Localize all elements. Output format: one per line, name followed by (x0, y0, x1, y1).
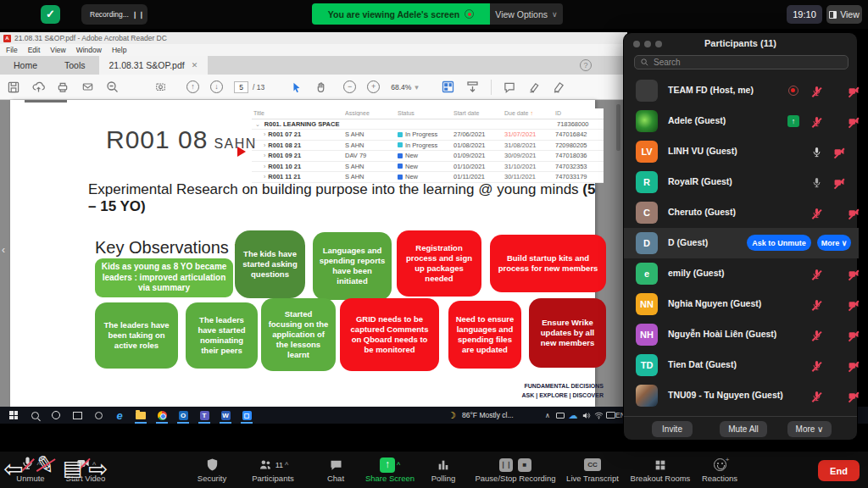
select-cursor-icon[interactable] (289, 80, 303, 94)
scrollbar-nub[interactable] (25, 100, 67, 103)
taskbar-search-icon[interactable] (26, 408, 43, 422)
share-screen-button[interactable]: ↑^ Share Screen (356, 457, 424, 483)
start-button-icon[interactable] (5, 408, 22, 422)
search-input[interactable] (654, 58, 843, 67)
participant-row[interactable]: C Cheruto (Guest) (624, 197, 859, 228)
teams-icon[interactable]: T (196, 408, 213, 422)
file-explorer-icon[interactable] (132, 408, 149, 422)
highlighter-icon[interactable] (527, 80, 541, 94)
view-options-dropdown[interactable]: View Options ∨ (490, 3, 563, 25)
chat-button[interactable]: Chat (314, 457, 357, 483)
pause-stop-recording-button[interactable]: ❘❘■ Pause/Stop Recording (465, 457, 566, 483)
help-icon[interactable]: ? (580, 59, 592, 71)
participant-name: LINH VU (Guest) (668, 146, 737, 156)
chat-bubble-icon (329, 458, 343, 472)
sign-pen-icon[interactable] (552, 80, 565, 94)
invite-button[interactable]: Invite (652, 421, 693, 437)
nav-pane-chevron-icon[interactable]: ‹ (2, 244, 5, 256)
participant-name: Nguyễn Hoài Liên (Guest) (668, 329, 776, 339)
settings-gear-icon[interactable] (90, 408, 107, 422)
print-icon[interactable] (56, 80, 70, 94)
video-off-icon (833, 176, 845, 191)
panel-more-button[interactable]: More ∨ (787, 421, 832, 437)
participant-row[interactable]: LV LINH VU (Guest) (624, 136, 859, 167)
mute-all-button[interactable]: Mute All (720, 421, 767, 437)
page-display-icon[interactable] (442, 80, 455, 94)
tab-home[interactable]: Home (0, 56, 51, 75)
hand-pan-icon[interactable] (314, 80, 327, 94)
participant-more-button[interactable]: More ∨ (817, 235, 851, 251)
email-icon[interactable] (81, 80, 94, 94)
breakout-grid-icon (654, 458, 667, 472)
live-transcript-button[interactable]: CC Live Transcript (554, 457, 631, 483)
polling-button[interactable]: Polling (418, 457, 469, 483)
outlook-icon[interactable]: O (175, 408, 192, 422)
end-meeting-button[interactable]: End (818, 460, 860, 481)
close-tab-icon[interactable]: ✕ (192, 61, 198, 69)
menu-help[interactable]: Help (112, 46, 126, 54)
internet-explorer-icon[interactable]: e (111, 408, 128, 422)
participants-panel-title: Participants (11) (624, 38, 857, 48)
acrobat-title-bar: A 21.08.31 S&OP.pdf - Adobe Acrobat Read… (0, 32, 627, 44)
vertical-scrollbar-thumb[interactable] (616, 104, 620, 151)
zoom-app-icon[interactable]: ◻ (238, 408, 255, 422)
avatar: LV (636, 141, 658, 163)
next-page-icon[interactable]: ↓ (210, 80, 223, 93)
previous-page-icon[interactable]: ↑ (186, 80, 199, 93)
save-icon[interactable] (7, 80, 20, 94)
security-button[interactable]: Security (186, 457, 237, 483)
snapshot-icon[interactable] (153, 80, 167, 94)
menu-file[interactable]: File (6, 46, 18, 54)
zoom-out-icon[interactable]: − (343, 80, 356, 93)
zoom-level-value: 68.4% (391, 83, 411, 92)
comment-icon[interactable] (503, 80, 516, 94)
participant-row[interactable]: TEAM FD (Host, me) (624, 75, 859, 106)
task-view-icon[interactable] (69, 408, 86, 422)
page-number-input[interactable]: 5 (234, 81, 248, 93)
pause-recording-icon[interactable]: ❘❘ (499, 458, 513, 472)
tab-document[interactable]: 21.08.31 S&OP.pdf ✕ (99, 56, 209, 75)
chevron-down-icon: ∨ (552, 10, 558, 19)
menu-window[interactable]: Window (76, 46, 102, 54)
stop-recording-icon[interactable]: ■ (518, 458, 531, 472)
participant-row[interactable]: TD Tien Dat (Guest) (624, 350, 859, 380)
breakout-rooms-button[interactable]: Breakout Rooms (622, 457, 698, 483)
weather-status[interactable]: 86°F Mostly cl... (462, 411, 514, 419)
avatar: e (636, 263, 658, 285)
avatar: D (636, 232, 658, 254)
reactions-button[interactable]: + Reactions (690, 457, 749, 483)
chrome-icon[interactable] (153, 408, 170, 422)
zoom-out-search-icon[interactable] (105, 80, 119, 94)
recording-pill: Recording... ❘❘ (81, 4, 147, 25)
tab-tools[interactable]: Tools (51, 56, 99, 75)
zoom-in-icon[interactable]: + (367, 80, 380, 93)
view-layout-button[interactable]: View (826, 5, 862, 24)
zoom-control-bar: ^ Unmute ^ Start Video Security 11^ Part… (0, 452, 868, 488)
pause-recording-icon[interactable]: ❘❘ (132, 11, 145, 19)
participant-row[interactable]: Adele (Guest) ↑ (624, 106, 859, 136)
mic-muted-icon (811, 390, 822, 404)
annotation-note-icon: ▤ (63, 456, 83, 480)
mic-muted-icon (811, 268, 822, 282)
fit-width-icon[interactable] (466, 80, 480, 94)
participant-row[interactable]: NH Nguyễn Hoài Liên (Guest) (624, 319, 859, 350)
video-off-icon (848, 85, 860, 99)
video-off-icon (833, 146, 845, 160)
participant-row[interactable]: TNU09 - Tu Nguyen (Guest) (624, 380, 859, 411)
cortana-icon[interactable] (47, 408, 64, 422)
menu-view[interactable]: View (50, 46, 65, 54)
participants-button[interactable]: 11^ Participants (239, 457, 307, 483)
mic-muted-icon (811, 85, 822, 99)
participant-row[interactable]: NN Nghia Nguyen (Guest) (624, 289, 859, 319)
upload-cloud-icon[interactable] (31, 80, 45, 94)
word-icon[interactable]: W (217, 408, 234, 422)
participant-row-hovered[interactable]: D D (Guest) Ask to Unmute More ∨ (624, 228, 859, 258)
annotation-arrow-right-icon: ⇨ (88, 455, 108, 483)
table-row: ›R001 09 21 DAV 79 New 01/09/2021 30/09/… (252, 151, 604, 162)
participant-row[interactable]: e emily (Guest) (624, 258, 859, 289)
zoom-level-dropdown[interactable]: 68.4% ▾ (391, 83, 419, 92)
participants-search[interactable] (634, 55, 849, 69)
participant-row[interactable]: R RoyalR (Guest) (624, 167, 859, 197)
ask-to-unmute-button[interactable]: Ask to Unmute (747, 235, 811, 251)
menu-edit[interactable]: Edit (28, 46, 41, 54)
